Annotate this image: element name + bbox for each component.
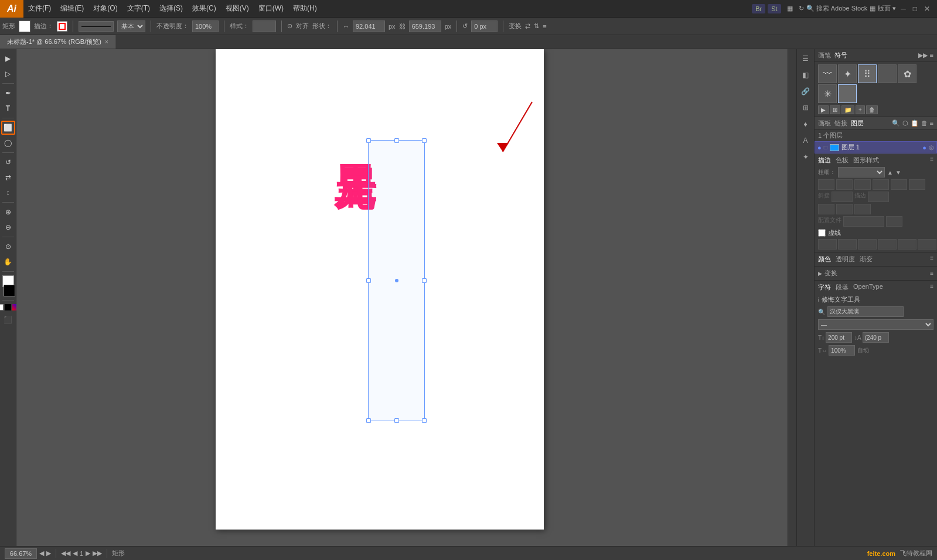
symbol-new-btn[interactable]: + bbox=[856, 105, 865, 114]
symbol-plain[interactable] bbox=[878, 64, 897, 83]
char-styles-btn[interactable]: A bbox=[799, 134, 813, 148]
assets-btn[interactable]: 🔗 bbox=[799, 84, 813, 98]
symbol-gear[interactable]: ✿ bbox=[898, 64, 916, 83]
menu-help[interactable]: 帮助(H) bbox=[288, 0, 322, 17]
handle-tl[interactable] bbox=[366, 138, 371, 143]
menu-type[interactable]: 文字(T) bbox=[122, 0, 155, 17]
stroke-preview[interactable] bbox=[79, 21, 114, 32]
rotate-tool[interactable]: ↺ bbox=[1, 155, 15, 169]
panel-menu-btn[interactable]: ≡ bbox=[930, 52, 933, 59]
cap-square[interactable] bbox=[854, 179, 871, 190]
stroke-style-select[interactable]: 基本 bbox=[117, 21, 145, 32]
layer-visibility-icon[interactable]: ● bbox=[817, 144, 822, 151]
width-input[interactable] bbox=[353, 21, 385, 32]
gap-input-2[interactable] bbox=[878, 239, 897, 250]
ellipse-tool[interactable]: ◯ bbox=[1, 136, 15, 150]
rectangle-tool[interactable]: ⬜ bbox=[1, 121, 15, 135]
layout-toggle[interactable]: ▦ bbox=[870, 5, 875, 12]
icon-btn1[interactable]: ⊙ bbox=[287, 22, 292, 30]
zoom-arrow-right[interactable]: ▶ bbox=[46, 549, 51, 557]
document-tab[interactable]: 未标题-1* @ 66.67% (RGB/预览) × bbox=[0, 35, 116, 49]
join-miter[interactable] bbox=[873, 179, 889, 190]
stroke-menu-btn[interactable]: ≡ bbox=[930, 156, 933, 165]
default-color-btn[interactable] bbox=[5, 304, 11, 310]
pos-inner[interactable] bbox=[836, 204, 853, 214]
close-btn[interactable]: ✕ bbox=[922, 5, 932, 13]
menu-object[interactable]: 对象(O) bbox=[88, 0, 122, 17]
dash-input-2[interactable] bbox=[858, 239, 877, 250]
symbol-star[interactable]: ✦ bbox=[838, 64, 857, 83]
layers-add-btn[interactable]: ⬡ bbox=[902, 119, 908, 127]
align-btn[interactable]: 对齐 bbox=[296, 22, 309, 30]
font-search-input[interactable] bbox=[827, 306, 904, 317]
stock-button[interactable]: St bbox=[768, 4, 781, 13]
transform-icon2[interactable]: ⇅ bbox=[534, 22, 539, 30]
layers-btn[interactable]: ◧ bbox=[799, 68, 813, 82]
profile-flip[interactable] bbox=[886, 216, 902, 227]
color-menu-btn[interactable]: ≡ bbox=[930, 255, 933, 264]
symbol-place-btn[interactable]: ▶ bbox=[818, 105, 829, 114]
transform-icon1[interactable]: ⇄ bbox=[525, 22, 530, 30]
stroke-dn-arrow[interactable]: ▼ bbox=[895, 169, 901, 176]
panel-toggle-btn[interactable]: ☰ bbox=[799, 52, 813, 66]
menu-effect[interactable]: 效果(C) bbox=[188, 0, 221, 17]
handle-tr[interactable] bbox=[422, 138, 427, 143]
zoom-tool[interactable]: ⊙ bbox=[1, 240, 15, 254]
dash-input-3[interactable] bbox=[898, 239, 916, 250]
gap-input-1[interactable] bbox=[838, 239, 857, 250]
tab-gradient2[interactable]: 渐变 bbox=[860, 255, 873, 264]
handle-br[interactable] bbox=[422, 418, 427, 423]
handle-tc[interactable] bbox=[394, 138, 399, 143]
search-stock[interactable]: 🔍 搜索 Adobe Stock bbox=[806, 4, 868, 13]
symbol-dots[interactable]: ⠿ bbox=[858, 64, 877, 83]
scale-tool[interactable]: ↕ bbox=[1, 186, 15, 200]
layer-item[interactable]: ● □ 图层 1 ● ◎ bbox=[815, 141, 937, 153]
tab-char[interactable]: 字符 bbox=[818, 283, 831, 292]
panels-toggle[interactable]: ▦ bbox=[783, 4, 796, 13]
page-prev-btn[interactable]: ◀◀ bbox=[61, 549, 70, 557]
stroke-indicator[interactable] bbox=[4, 285, 15, 296]
symbol-break-btn[interactable]: ⊞ bbox=[830, 105, 840, 114]
tab-brush[interactable]: 画笔 bbox=[818, 51, 831, 60]
direct-selection-tool[interactable]: ▷ bbox=[1, 67, 15, 81]
tab-links[interactable]: 链接 bbox=[834, 119, 847, 128]
menu-edit[interactable]: 编辑(E) bbox=[56, 0, 88, 17]
selection-box[interactable] bbox=[368, 140, 425, 421]
link-icon[interactable]: ⛓ bbox=[399, 23, 406, 30]
font-style-select[interactable]: — bbox=[818, 319, 933, 330]
layer-lock-icon[interactable]: □ bbox=[824, 144, 827, 151]
paintbucket-tool[interactable]: ⊕ bbox=[1, 205, 15, 219]
dash-checkbox[interactable] bbox=[818, 229, 826, 237]
opacity-input[interactable] bbox=[192, 21, 219, 32]
cap-round[interactable] bbox=[836, 179, 853, 190]
tab-shape-style[interactable]: 图形样式 bbox=[853, 156, 879, 165]
eyedropper-tool[interactable]: ⊖ bbox=[1, 220, 15, 234]
handle-bl[interactable] bbox=[366, 418, 371, 423]
tab-para[interactable]: 段落 bbox=[836, 283, 849, 292]
style-preview[interactable] bbox=[253, 21, 276, 32]
tab-color[interactable]: 色板 bbox=[836, 156, 849, 165]
stroke-swatch[interactable] bbox=[57, 21, 67, 32]
stroke-width-select[interactable] bbox=[838, 167, 885, 177]
hand-tool[interactable]: ✋ bbox=[1, 255, 15, 269]
layers-search-btn[interactable]: 🔍 bbox=[892, 119, 900, 127]
layers-folder-btn[interactable]: 📋 bbox=[911, 119, 919, 127]
more-btn[interactable]: ≡ bbox=[543, 23, 546, 30]
canvas-area[interactable]: 里居元 bbox=[16, 49, 796, 560]
menu-file[interactable]: 文件(F) bbox=[23, 0, 56, 17]
cc-libraries-btn[interactable]: ♦ bbox=[799, 117, 813, 131]
pos-outer[interactable] bbox=[854, 204, 871, 214]
sync-icon[interactable]: ↻ bbox=[799, 5, 804, 12]
layers-menu-btn[interactable]: ≡ bbox=[930, 119, 933, 127]
transform-toggle[interactable]: ▶ 变换 ≡ bbox=[818, 269, 933, 278]
symbol-folder-btn[interactable]: 📁 bbox=[841, 105, 854, 114]
tab-opacity2[interactable]: 透明度 bbox=[836, 255, 855, 264]
properties-btn[interactable]: ⊞ bbox=[799, 101, 813, 115]
symbol-burst[interactable]: ✳ bbox=[818, 84, 837, 103]
handle-bc[interactable] bbox=[394, 418, 399, 423]
pen-tool[interactable]: ✒ bbox=[1, 86, 15, 100]
tab-opentype[interactable]: OpenType bbox=[853, 283, 883, 292]
pos-center[interactable] bbox=[818, 204, 834, 214]
menu-view[interactable]: 视图(V) bbox=[221, 0, 254, 17]
handle-ml[interactable] bbox=[366, 278, 371, 283]
